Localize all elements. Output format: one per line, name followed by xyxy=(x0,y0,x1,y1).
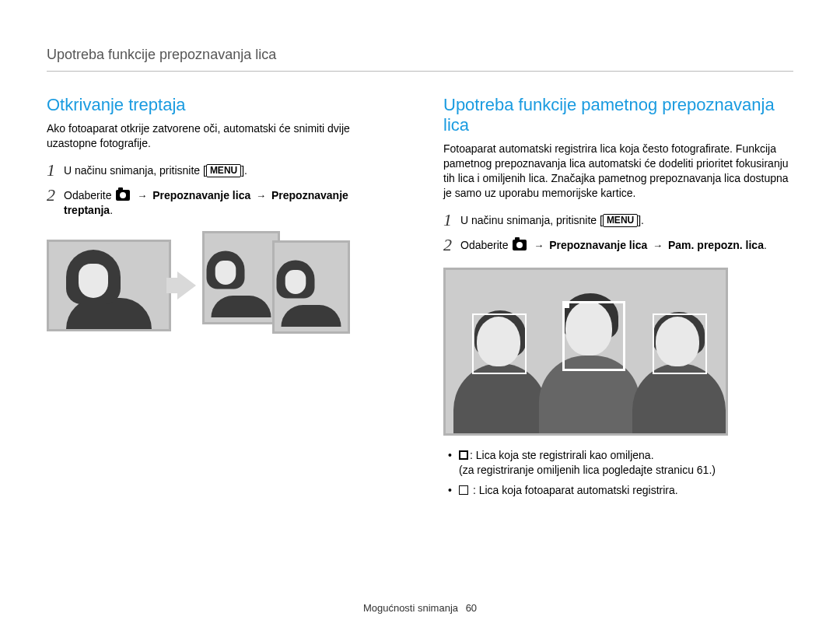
legend-list: • : Lica koja ste registrirali kao omilj… xyxy=(443,448,793,499)
face-silhouette xyxy=(272,252,350,331)
arrow-icon: → xyxy=(256,189,266,203)
left-column: Otkrivanje treptaja Ako fotoaparat otkri… xyxy=(47,95,397,509)
blink-illustration xyxy=(47,231,397,340)
step-number: 1 xyxy=(443,212,460,229)
photo-after-1 xyxy=(202,231,280,324)
legend-text: Lica koja fotoaparat automatski registri… xyxy=(479,484,678,496)
right-column: Upotreba funkcije pametnog prepoznavanja… xyxy=(443,95,793,509)
smart-illustration xyxy=(443,268,728,436)
arrow-icon: → xyxy=(137,189,147,203)
legend-text: Lica koja ste registrirali kao omiljena. xyxy=(476,449,654,461)
step1-pre: U načinu snimanja, pritisnite [ xyxy=(64,164,206,177)
step1-post: ]. xyxy=(241,164,247,177)
smart-intro-text: Fotoaparat automatski registrira lica ko… xyxy=(443,142,793,201)
blink-intro-text: Ako fotoaparat otkrije zatvorene oči, au… xyxy=(47,121,397,151)
legend-subtext: (za registriranje omiljenih lica pogleda… xyxy=(459,464,716,476)
square-double-icon xyxy=(459,450,468,460)
page-number: 60 xyxy=(466,602,477,614)
camera-icon xyxy=(116,190,130,201)
period: . xyxy=(764,239,767,251)
step-1: 1 U načinu snimanja, pritisnite [MENU]. xyxy=(47,162,397,179)
footer-section: Mogućnosti snimanja xyxy=(363,602,458,614)
step1-pre: U načinu snimanja, pritisnite [ xyxy=(460,214,603,226)
path-segment: Prepoznavanje lica xyxy=(549,239,647,251)
arrow-right-icon xyxy=(177,271,196,299)
arrow-icon: → xyxy=(653,239,663,253)
face-box-double xyxy=(562,301,625,371)
step1-post: ]. xyxy=(638,214,644,226)
square-single-icon xyxy=(459,485,468,495)
camera-icon xyxy=(513,240,527,250)
legend-item-auto: • : Lica koja fotoaparat automatski regi… xyxy=(448,483,793,499)
face-silhouette xyxy=(66,250,152,329)
face-silhouette xyxy=(202,243,280,322)
smart-steps: 1 U načinu snimanja, pritisnite [MENU]. … xyxy=(443,212,793,254)
section-title-smart: Upotreba funkcije pametnog prepoznavanja… xyxy=(443,95,793,135)
step-number: 2 xyxy=(443,236,460,254)
colon: : xyxy=(470,484,479,496)
step-body: U načinu snimanja, pritisnite [MENU]. xyxy=(460,212,793,229)
step2-prefix: Odaberite xyxy=(64,189,114,201)
step-number: 2 xyxy=(47,187,64,204)
step-2: 2 Odaberite → Prepoznavanje lica → Pam. … xyxy=(443,236,793,254)
photo-before xyxy=(47,240,171,331)
photo-after-2 xyxy=(272,240,350,334)
step-body: U načinu snimanja, pritisnite [MENU]. xyxy=(64,162,397,179)
step-body: Odaberite → Prepoznavanje lica → Pam. pr… xyxy=(460,236,793,254)
step-1: 1 U načinu snimanja, pritisnite [MENU]. xyxy=(443,212,793,229)
manual-page: Upotreba funkcije prepoznavanja lica Otk… xyxy=(0,0,840,634)
page-footer: Mogućnosti snimanja 60 xyxy=(0,602,840,614)
colon: : xyxy=(470,449,476,461)
running-header: Upotreba funkcije prepoznavanja lica xyxy=(47,47,793,72)
path-segment: Pam. prepozn. lica xyxy=(668,239,764,251)
path-segment: Prepoznavanje lica xyxy=(152,189,250,201)
section-title-blink: Otkrivanje treptaja xyxy=(47,95,397,115)
period: . xyxy=(110,204,113,216)
menu-button-label: MENU xyxy=(603,214,638,227)
step2-prefix: Odaberite xyxy=(460,239,511,251)
step-2: 2 Odaberite → Prepoznavanje lica → Prepo… xyxy=(47,187,397,219)
blink-steps: 1 U načinu snimanja, pritisnite [MENU]. … xyxy=(47,162,397,219)
face-box-single xyxy=(472,313,527,374)
photo-stack xyxy=(202,231,350,340)
face-box-single xyxy=(653,313,707,374)
step-body: Odaberite → Prepoznavanje lica → Prepozn… xyxy=(64,187,397,219)
step-number: 1 xyxy=(47,162,64,179)
menu-button-label: MENU xyxy=(206,164,241,177)
legend-item-favorite: • : Lica koja ste registrirali kao omilj… xyxy=(448,448,793,478)
arrow-icon: → xyxy=(534,239,544,253)
two-column-layout: Otkrivanje treptaja Ako fotoaparat otkri… xyxy=(47,95,793,509)
